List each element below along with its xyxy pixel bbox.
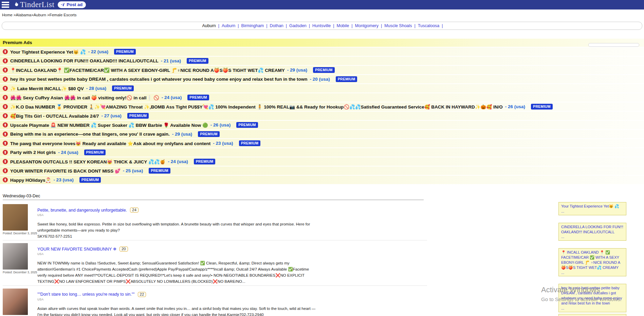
brand-logo[interactable]: TinderList	[13, 1, 54, 8]
premium-ad-age-region: - 25 (usa)	[123, 168, 143, 173]
premium-ads-section: Premium Ads ⬆ Your Tightest Experience Y…	[0, 39, 644, 184]
flame-icon	[13, 1, 19, 8]
listing-row: Posted: December 3, 2025 ""Don't stare t…	[3, 286, 427, 316]
premium-badge[interactable]: PREMIUM	[149, 168, 170, 174]
premium-ad-age-region: - 27 (usa)	[101, 113, 121, 118]
premium-ad-title[interactable]: ✨K.O Daa NUMBER 🏅 PROVIDER 🧎✨💘AMAZING Th…	[10, 104, 503, 110]
premium-ad-age-region: - 21 (usa)	[161, 58, 181, 63]
premium-badge[interactable]: PREMIUM	[84, 150, 106, 155]
arrow-circle-up-icon: ⬆	[3, 67, 8, 73]
premium-ad-age-region: - 26 (usa)	[210, 122, 231, 127]
sidebar-ad-box[interactable]: CINDERELLA LOOKING FOR FUN!!! OAKLAND!!!…	[558, 223, 626, 241]
post-ad-button[interactable]: Post ad	[58, 1, 86, 8]
sidebar-ad-ellipsis: ...	[561, 270, 624, 275]
premium-ad-title[interactable]: Your Tightest Experience Yet😼 💦	[10, 49, 86, 55]
premium-ad-row[interactable]: ⬆ Happy HOlidays🎅 - 23 (usa) PREMIUM	[0, 176, 644, 184]
city-separator: |	[351, 23, 352, 28]
premium-ad-row[interactable]: ⬆ Upscale Playmate 🚨 NEW NUMBER 💦 Super …	[0, 121, 644, 129]
empty-ad-slot-box	[588, 43, 639, 47]
premium-badge[interactable]: PREMIUM	[531, 104, 553, 110]
sidebar-ad-box[interactable]: hey its your best wettes petite baby DRE…	[558, 284, 626, 312]
premium-badge[interactable]: PREMIUM	[236, 122, 258, 128]
premium-badge[interactable]: PREMIUM	[79, 177, 101, 183]
sidebar-ad-title[interactable]: hey its your best wettes petite baby DRE…	[561, 285, 624, 305]
listing-thumbnail[interactable]	[3, 243, 28, 270]
premium-badge[interactable]: PREMIUM	[114, 49, 136, 55]
listing-posted-date: Posted: December 3, 2025	[3, 232, 33, 235]
premium-badge[interactable]: PREMIUM	[187, 58, 208, 64]
premium-ad-title[interactable]: CINDERELLA LOOKING FOR FUN!!! OAKLAND!!!…	[10, 58, 159, 63]
premium-ad-title[interactable]: Party with 2 Hot girls	[10, 150, 56, 155]
city-link[interactable]: Dothan	[270, 23, 283, 28]
listing-thumbnail[interactable]	[3, 204, 28, 231]
premium-badge[interactable]: PREMIUM	[239, 140, 261, 146]
premium-ad-row[interactable]: ⬆ YOUR WINTER FAVORITE IS BACK DONT MISS…	[0, 166, 644, 175]
listing-description: Sweet like honey, bold like espresso. Pe…	[37, 221, 319, 234]
premium-badge[interactable]: PREMIUM	[313, 67, 335, 73]
premium-ads-list: ⬆ Your Tightest Experience Yet😼 💦 - 22 (…	[0, 47, 644, 184]
premium-ad-row[interactable]: ⬆ 🌺🌺 Sexy CuRvy Asian 🌺🌺 in call 🍑 visit…	[0, 93, 644, 102]
premium-ad-row[interactable]: ⬆ 📍INCALL OAKLAND📍 ✅FACETIME/CAR✅ WITH A…	[0, 66, 644, 74]
sidebar-ad-box[interactable]: 📍 INCALL OAKLAND 📍 ✅ FACETIME/CAR ✅ WITH…	[558, 248, 626, 276]
premium-ad-age-region: - 26 (usa)	[505, 104, 525, 109]
listing-age-badge: 20	[119, 246, 128, 252]
premium-ad-row[interactable]: ⬆ Your Tightest Experience Yet😼 💦 - 22 (…	[0, 47, 644, 56]
premium-ad-title[interactable]: 🥰Big Tits Girl - OUTCALL Available 24/7	[10, 113, 99, 119]
city-link[interactable]: Montgomery	[355, 23, 379, 28]
premium-ad-age-region: - 20 (usa)	[310, 77, 330, 82]
premium-ad-title[interactable]: ✨ Lake Merritt INCALL✨ $80 QV	[10, 86, 84, 91]
premium-ad-row[interactable]: ⬆ ✨ Lake Merritt INCALL✨ $80 QV - 28 (us…	[0, 84, 644, 93]
sidebar-ad-box[interactable]: Your Tightest Experience Yet😼 💦 ...	[558, 202, 626, 215]
sidebar-ad-title[interactable]: 📍 INCALL OAKLAND 📍 ✅ FACETIME/CAR ✅ WITH…	[561, 250, 624, 270]
premium-ad-title[interactable]: The pawg that everyone loves😻 Ready and …	[10, 141, 210, 146]
city-link[interactable]: Auburn	[202, 23, 216, 28]
premium-ad-row[interactable]: ⬆ ✨K.O Daa NUMBER 🏅 PROVIDER 🧎✨💘AMAZING …	[0, 102, 644, 111]
premium-ad-row[interactable]: ⬆ PLEASANTON OUTCALLS !! SEXY KOREAN😻 TH…	[0, 157, 644, 166]
arrow-circle-up-icon: ⬆	[3, 150, 8, 155]
premium-ad-title[interactable]: Upscale Playmate 🚨 NEW NUMBER 💦 Super So…	[10, 122, 208, 128]
listing-title-link[interactable]: YOUR NEW FAVORITE SNOWBUNNY ❄	[37, 246, 116, 252]
arrow-circle-up-icon: ⬆	[3, 95, 8, 100]
arrow-circle-up-icon: ⬆	[3, 141, 8, 146]
top-navigation-bar: TinderList Post ad	[0, 0, 644, 9]
hamburger-menu-icon[interactable]	[2, 2, 9, 8]
premium-badge[interactable]: PREMIUM	[127, 113, 149, 119]
sidebar-ad-title[interactable]: CINDERELLA LOOKING FOR FUN!!! OAKLAND!!!…	[561, 224, 624, 235]
premium-ad-title[interactable]: 🌺🌺 Sexy CuRvy Asian 🌺🌺 in call 🍑 visitin…	[10, 95, 159, 100]
premium-badge[interactable]: PREMIUM	[187, 95, 209, 100]
listings-list: Posted: December 3, 2025 Petite, brunett…	[3, 201, 427, 316]
city-link[interactable]: Mobile	[336, 23, 349, 28]
city-link[interactable]: Auburn	[222, 23, 235, 28]
premium-ad-row[interactable]: ⬆ Party with 2 Hot girls - 24 (usa) PREM…	[0, 148, 644, 157]
city-link[interactable]: Muscle Shoals	[384, 23, 412, 28]
listing-age-badge: 24	[130, 208, 139, 213]
sidebar-ad-title[interactable]: Your Tightest Experience Yet😼 💦	[561, 204, 624, 209]
sidebar-ad-box-partial[interactable]	[558, 314, 626, 316]
city-link[interactable]: Gadsden	[289, 23, 307, 28]
premium-ad-title[interactable]: Happy HOlidays🎅	[10, 177, 51, 183]
premium-badge[interactable]: PREMIUM	[112, 85, 134, 91]
listing-title-link[interactable]: Petite, brunette, and dangerously unforg…	[37, 208, 127, 213]
breadcrumb: Home >Alabama>Auburn >Female Escorts	[0, 9, 644, 19]
listing-thumbnail[interactable]	[3, 289, 28, 315]
premium-badge[interactable]: PREMIUM	[194, 159, 216, 164]
premium-ad-age-region: - 28 (usa)	[86, 86, 106, 91]
premium-ad-row[interactable]: ⬆ 🥰Big Tits Girl - OUTCALL Available 24/…	[0, 112, 644, 120]
city-separator: |	[333, 23, 334, 28]
premium-ad-row[interactable]: ⬆ CINDERELLA LOOKING FOR FUN!!! OAKLAND!…	[0, 57, 644, 65]
premium-ad-title[interactable]: 📍INCALL OAKLAND📍 ✅FACETIME/CAR✅ WITH A S…	[10, 67, 285, 73]
premium-ad-title[interactable]: YOUR WINTER FAVORITE IS BACK DONT MISS 💕	[10, 168, 121, 174]
premium-badge[interactable]: PREMIUM	[336, 76, 357, 82]
city-link[interactable]: Huntsville	[312, 23, 331, 28]
premium-ad-title[interactable]: hey its your best wettes petite baby DRE…	[10, 77, 307, 82]
listing-title-link[interactable]: ""Don't stare too long… unless you're re…	[37, 292, 135, 297]
city-link[interactable]: Birmingham	[241, 23, 264, 28]
premium-ad-row[interactable]: ⬆ The pawg that everyone loves😻 Ready an…	[0, 139, 644, 147]
city-link[interactable]: Tuscaloosa	[418, 23, 439, 28]
premium-ad-title[interactable]: Being with me is an experience—one that …	[10, 132, 170, 137]
premium-badge[interactable]: PREMIUM	[198, 131, 220, 137]
premium-ad-row[interactable]: ⬆ Being with me is an experience—one tha…	[0, 130, 644, 138]
premium-ad-row[interactable]: ⬆ hey its your best wettes petite baby D…	[0, 75, 644, 83]
premium-ad-title[interactable]: PLEASANTON OUTCALLS !! SEXY KOREAN😻 THIC…	[10, 159, 165, 164]
premium-ad-age-region: - 29 (usa)	[287, 67, 307, 73]
